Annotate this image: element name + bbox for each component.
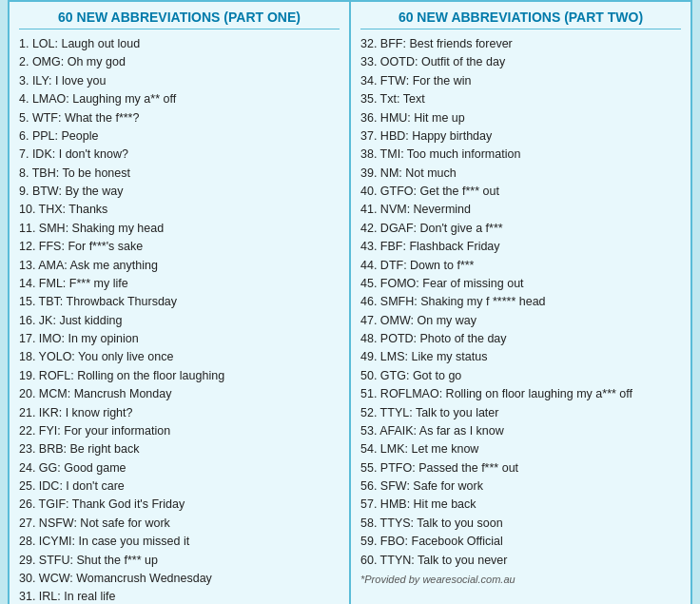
list-item: 36. HMU: Hit me up: [360, 109, 681, 127]
list-item: 46. SMFH: Shaking my f ***** head: [360, 293, 681, 311]
list-item: 47. OMW: On my way: [360, 312, 681, 330]
list-item: 13. AMA: Ask me anything: [19, 257, 340, 275]
main-container: 60 NEW ABBREVIATIONS (Part one) 1. LOL: …: [8, 0, 692, 604]
list-item: 44. DTF: Down to f***: [360, 257, 681, 275]
left-list: 1. LOL: Laugh out loud2. OMG: Oh my god3…: [19, 35, 340, 604]
footnote: *Provided by wearesocial.com.au: [360, 574, 681, 585]
list-item: 16. JK: Just kidding: [19, 312, 340, 330]
list-item: 7. IDK: I don't know?: [19, 146, 340, 164]
list-item: 34. FTW: For the win: [360, 72, 681, 90]
list-item: 30. WCW: Womancrush Wednesday: [19, 570, 340, 588]
left-column: 60 NEW ABBREVIATIONS (Part one) 1. LOL: …: [10, 2, 351, 604]
list-item: 2. OMG: Oh my god: [19, 53, 340, 71]
list-item: 8. TBH: To be honest: [19, 165, 340, 183]
list-item: 3. ILY: I love you: [19, 72, 340, 90]
list-item: 53. AFAIK: As far as I know: [360, 422, 681, 440]
list-item: 14. FML: F*** my life: [19, 275, 340, 293]
list-item: 24. GG: Good game: [19, 459, 340, 477]
list-item: 54. LMK: Let me know: [360, 440, 681, 458]
right-list: 32. BFF: Best friends forever33. OOTD: O…: [360, 35, 681, 570]
list-item: 31. IRL: In real life: [19, 588, 340, 604]
list-item: 55. PTFO: Passed the f*** out: [360, 459, 681, 477]
list-item: 56. SFW: Safe for work: [360, 477, 681, 496]
list-item: 41. NVM: Nevermind: [360, 201, 681, 219]
list-item: 17. IMO: In my opinion: [19, 330, 340, 348]
list-item: 1. LOL: Laugh out loud: [19, 35, 340, 53]
list-item: 51. ROFLMAO: Rolling on floor laughing m…: [360, 385, 681, 403]
list-item: 33. OOTD: Outfit of the day: [360, 53, 681, 71]
left-header: 60 NEW ABBREVIATIONS (Part one): [19, 10, 340, 29]
list-item: 42. DGAF: Don't give a f***: [360, 220, 681, 238]
list-item: 22. FYI: For your information: [19, 422, 340, 440]
list-item: 57. HMB: Hit me back: [360, 496, 681, 514]
list-item: 60. TTYN: Talk to you never: [360, 552, 681, 570]
list-item: 45. FOMO: Fear of missing out: [360, 275, 681, 293]
list-item: 37. HBD: Happy birthday: [360, 127, 681, 146]
list-item: 26. TGIF: Thank God it's Friday: [19, 496, 340, 514]
list-item: 21. IKR: I know right?: [19, 404, 340, 422]
list-item: 15. TBT: Throwback Thursday: [19, 293, 340, 311]
list-item: 11. SMH: Shaking my head: [19, 220, 340, 238]
list-item: 28. ICYMI: In case you missed it: [19, 533, 340, 551]
list-item: 25. IDC: I don't care: [19, 477, 340, 496]
list-item: 38. TMI: Too much information: [360, 146, 681, 164]
right-header: 60 NEW ABBREVIATIONS (Part two): [360, 10, 681, 29]
list-item: 35. Txt: Text: [360, 90, 681, 108]
list-item: 27. NSFW: Not safe for work: [19, 515, 340, 533]
list-item: 10. THX: Thanks: [19, 201, 340, 219]
list-item: 20. MCM: Mancrush Monday: [19, 385, 340, 403]
list-item: 4. LMAO: Laughing my a** off: [19, 90, 340, 108]
list-item: 32. BFF: Best friends forever: [360, 35, 681, 53]
list-item: 52. TTYL: Talk to you later: [360, 404, 681, 422]
list-item: 19. ROFL: Rolling on the floor laughing: [19, 367, 340, 385]
list-item: 40. GTFO: Get the f*** out: [360, 183, 681, 201]
list-item: 5. WTF: What the f***?: [19, 109, 340, 127]
list-item: 18. YOLO: You only live once: [19, 348, 340, 366]
list-item: 43. FBF: Flashback Friday: [360, 238, 681, 256]
list-item: 29. STFU: Shut the f*** up: [19, 552, 340, 570]
list-item: 39. NM: Not much: [360, 165, 681, 183]
list-item: 59. FBO: Facebook Official: [360, 533, 681, 551]
list-item: 58. TTYS: Talk to you soon: [360, 515, 681, 533]
list-item: 23. BRB: Be right back: [19, 440, 340, 458]
list-item: 49. LMS: Like my status: [360, 348, 681, 366]
list-item: 9. BTW: By the way: [19, 183, 340, 201]
list-item: 48. POTD: Photo of the day: [360, 330, 681, 348]
list-item: 12. FFS: For f***'s sake: [19, 238, 340, 256]
list-item: 6. PPL: People: [19, 127, 340, 146]
right-column: 60 NEW ABBREVIATIONS (Part two) 32. BFF:…: [351, 2, 690, 604]
list-item: 50. GTG: Got to go: [360, 367, 681, 385]
